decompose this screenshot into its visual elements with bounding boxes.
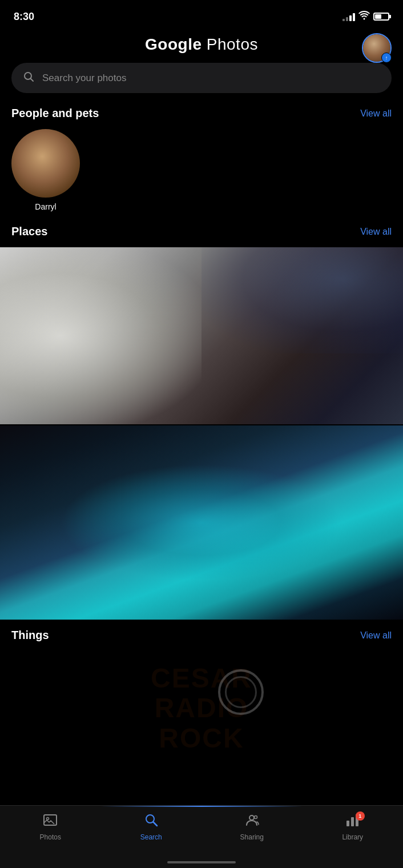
search-bar[interactable]: Search your photos	[11, 63, 392, 93]
place-image-2[interactable]	[0, 425, 403, 620]
status-bar: 8:30	[0, 0, 403, 30]
things-view-all-button[interactable]: View all	[360, 630, 392, 641]
nav-item-search[interactable]: Search	[101, 813, 202, 841]
nav-item-photos[interactable]: Photos	[0, 813, 101, 841]
list-item[interactable]: Darryl	[11, 129, 80, 211]
nav-label-search: Search	[140, 833, 162, 841]
places-images	[0, 247, 403, 620]
people-view-all-button[interactable]: View all	[360, 108, 392, 119]
nav-item-sharing[interactable]: Sharing	[202, 813, 303, 841]
search-icon	[23, 71, 34, 85]
person-name-darryl: Darryl	[35, 202, 56, 211]
svg-rect-2	[44, 815, 57, 825]
svg-point-3	[47, 818, 49, 820]
person-avatar-darryl[interactable]	[11, 129, 80, 198]
places-section-header: Places View all	[0, 225, 403, 247]
places-section-title: Places	[11, 225, 47, 238]
places-view-all-button[interactable]: View all	[360, 227, 392, 237]
sharing-icon	[244, 813, 259, 831]
things-section: Things View all	[0, 620, 403, 651]
things-section-title: Things	[11, 629, 49, 642]
svg-rect-8	[346, 821, 349, 826]
battery-icon	[373, 13, 389, 21]
place-image-1[interactable]	[0, 247, 403, 424]
things-section-header: Things View all	[0, 629, 403, 651]
people-list: Darryl	[0, 129, 403, 211]
svg-line-5	[153, 822, 157, 826]
photos-icon	[43, 813, 58, 831]
svg-line-1	[31, 79, 34, 82]
search-nav-icon	[144, 813, 159, 831]
library-notification-badge: 1	[356, 811, 365, 821]
avatar-container[interactable]: ↑	[362, 33, 392, 63]
nav-label-photos: Photos	[40, 833, 61, 841]
status-time: 8:30	[14, 11, 34, 23]
watermark: CESARRADIOROCK	[151, 664, 252, 754]
status-icons	[342, 11, 389, 22]
people-section-title: People and pets	[11, 107, 99, 120]
app-header: Google Photos ↑	[0, 30, 403, 63]
library-badge-container: 1	[345, 813, 360, 831]
people-and-pets-section: People and pets View all Darryl	[0, 107, 403, 220]
places-section: Places View all	[0, 220, 403, 620]
svg-rect-9	[351, 817, 354, 826]
nav-item-library[interactable]: 1 Library	[303, 813, 404, 841]
app-title: Google Photos	[145, 35, 258, 54]
svg-point-7	[255, 816, 257, 819]
wifi-icon	[358, 11, 370, 22]
upload-badge: ↑	[381, 53, 392, 63]
nav-active-indicator	[101, 806, 303, 807]
people-section-header: People and pets View all	[0, 107, 403, 129]
signal-icon	[342, 12, 355, 21]
bottom-nav: Photos Search Sharing	[0, 805, 403, 868]
home-indicator	[167, 861, 236, 863]
search-input[interactable]: Search your photos	[42, 73, 126, 84]
svg-point-6	[249, 815, 254, 820]
watermark-text: CESARRADIOROCK	[151, 664, 252, 754]
watermark-circle	[218, 669, 264, 715]
search-container: Search your photos	[0, 63, 403, 107]
nav-label-library: Library	[342, 833, 363, 841]
nav-label-sharing: Sharing	[240, 833, 264, 841]
